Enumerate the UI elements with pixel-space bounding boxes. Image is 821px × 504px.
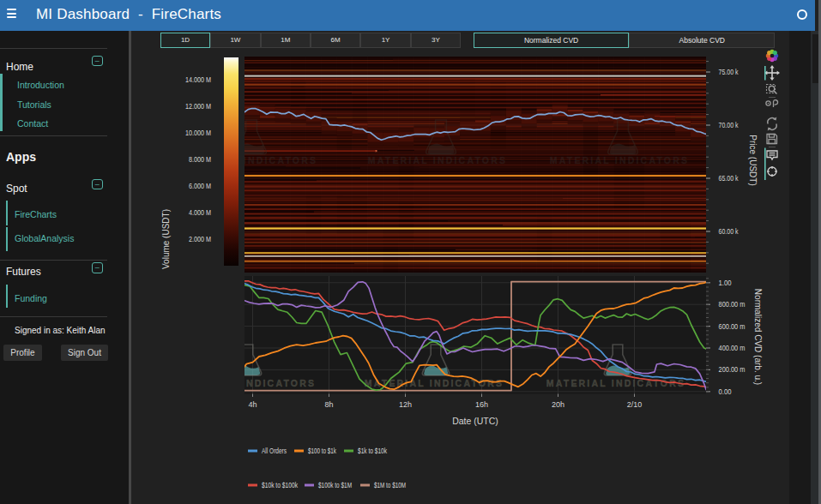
svg-text:10.000 M: 10.000 M xyxy=(185,129,211,137)
svg-text:65.00 k: 65.00 k xyxy=(719,174,739,183)
svg-text:Date (UTC): Date (UTC) xyxy=(452,416,498,426)
svg-text:800.00 m: 800.00 m xyxy=(719,300,746,309)
svg-text:200.00 m: 200.00 m xyxy=(719,365,746,374)
svg-text:2.000 M: 2.000 M xyxy=(189,235,211,243)
svg-text:12h: 12h xyxy=(399,400,412,409)
svg-text:60.00 k: 60.00 k xyxy=(719,227,739,236)
svg-text:1.00: 1.00 xyxy=(719,279,732,287)
svg-text:8.000 M: 8.000 M xyxy=(189,155,211,164)
svg-text:$100k to $1M: $100k to $1M xyxy=(318,481,352,489)
svg-text:75.00 k: 75.00 k xyxy=(719,68,739,76)
svg-text:70.00 k: 70.00 k xyxy=(719,121,739,129)
svg-text:12.000 M: 12.000 M xyxy=(185,102,211,111)
svg-text:$1M to $10M: $1M to $10M xyxy=(374,481,406,489)
svg-text:$10k to $100k: $10k to $100k xyxy=(262,481,298,489)
svg-text:4.000 M: 4.000 M xyxy=(189,208,211,217)
svg-text:2/10: 2/10 xyxy=(627,400,643,409)
svg-text:6.000 M: 6.000 M xyxy=(189,182,211,190)
svg-text:$1k to $10k: $1k to $10k xyxy=(358,447,387,455)
svg-text:16h: 16h xyxy=(475,400,488,409)
svg-text:Normalized CVD (arb. u.): Normalized CVD (arb. u.) xyxy=(753,289,763,385)
svg-text:600.00 m: 600.00 m xyxy=(719,322,746,331)
svg-text:MATERIAL INDICATORS: MATERIAL INDICATORS xyxy=(177,378,316,388)
svg-text:Volume (USDT): Volume (USDT) xyxy=(161,209,171,269)
svg-text:MATERIAL INDICATORS: MATERIAL INDICATORS xyxy=(368,155,507,165)
svg-text:14.000 M: 14.000 M xyxy=(185,75,211,84)
svg-text:Price (USDT): Price (USDT) xyxy=(748,135,758,185)
svg-text:MATERIAL INDICATORS: MATERIAL INDICATORS xyxy=(550,155,689,165)
svg-text:400.00 m: 400.00 m xyxy=(719,344,746,352)
svg-text:8h: 8h xyxy=(324,400,333,409)
svg-text:0.00: 0.00 xyxy=(719,387,732,396)
svg-text:$100 to $1k: $100 to $1k xyxy=(308,447,336,455)
svg-text:MATERIAL INDICATORS: MATERIAL INDICATORS xyxy=(546,378,685,388)
svg-text:All Orders: All Orders xyxy=(262,447,287,455)
svg-text:4h: 4h xyxy=(248,400,257,409)
svg-text:20h: 20h xyxy=(552,400,564,409)
